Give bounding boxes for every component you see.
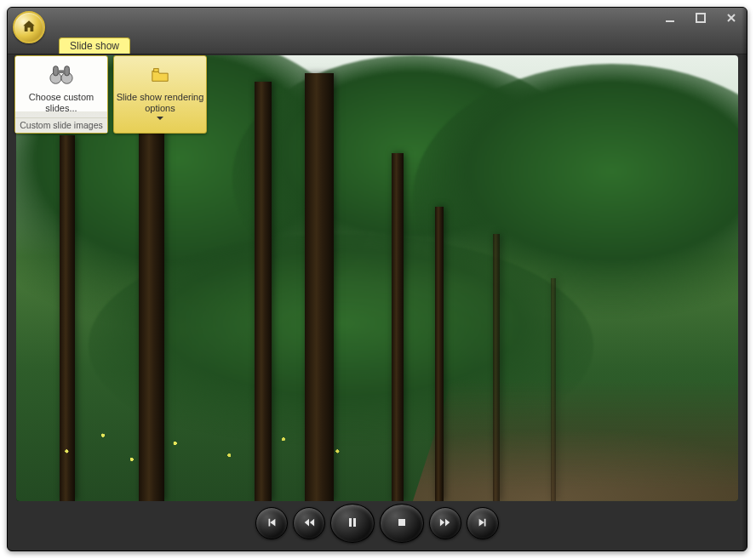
pause-button[interactable]	[330, 504, 375, 543]
forward-button[interactable]	[429, 507, 461, 539]
choose-custom-slides-footer: Custom slide images	[15, 117, 107, 133]
svg-rect-5	[65, 66, 70, 76]
first-button[interactable]	[255, 507, 288, 539]
binoculars-icon	[49, 63, 74, 88]
tab-label: Slide show	[70, 40, 119, 52]
chevron-down-icon	[157, 117, 163, 120]
rendering-options-label: Slide show rendering options	[114, 92, 206, 113]
pause-icon	[346, 516, 359, 532]
app-window: Slide show	[7, 7, 747, 551]
rewind-button[interactable]	[293, 507, 325, 539]
folder-options-icon	[151, 66, 169, 85]
ribbon: Choose custom slides... Custom slide ima…	[14, 55, 207, 134]
svg-rect-7	[154, 69, 159, 72]
house-icon	[21, 19, 37, 37]
svg-rect-9	[353, 518, 356, 527]
close-button[interactable]	[723, 13, 740, 25]
svg-rect-6	[58, 70, 65, 73]
minimize-button[interactable]	[662, 13, 679, 25]
title-bar: Slide show	[8, 8, 747, 54]
maximize-icon	[696, 13, 706, 26]
skip-next-icon	[477, 516, 489, 531]
window-controls	[662, 13, 740, 25]
svg-rect-10	[398, 519, 405, 526]
last-button[interactable]	[467, 507, 499, 539]
fast-forward-icon	[439, 516, 451, 531]
svg-rect-8	[349, 518, 352, 527]
choose-custom-slides-button[interactable]: Choose custom slides... Custom slide ima…	[14, 55, 108, 134]
rendering-options-button[interactable]: Slide show rendering options	[113, 55, 207, 134]
close-icon	[726, 13, 736, 26]
rewind-icon	[303, 516, 315, 531]
svg-rect-1	[696, 14, 705, 22]
svg-rect-0	[666, 20, 674, 22]
app-menu-button[interactable]	[13, 11, 45, 43]
stop-icon	[395, 516, 409, 532]
svg-rect-4	[54, 66, 59, 76]
playback-controls	[8, 505, 747, 542]
minimize-icon	[665, 13, 675, 26]
choose-custom-slides-label: Choose custom slides...	[15, 92, 107, 113]
tab-slide-show[interactable]: Slide show	[59, 37, 130, 54]
maximize-button[interactable]	[692, 13, 709, 25]
skip-previous-icon	[266, 516, 278, 531]
stop-button[interactable]	[380, 504, 424, 543]
